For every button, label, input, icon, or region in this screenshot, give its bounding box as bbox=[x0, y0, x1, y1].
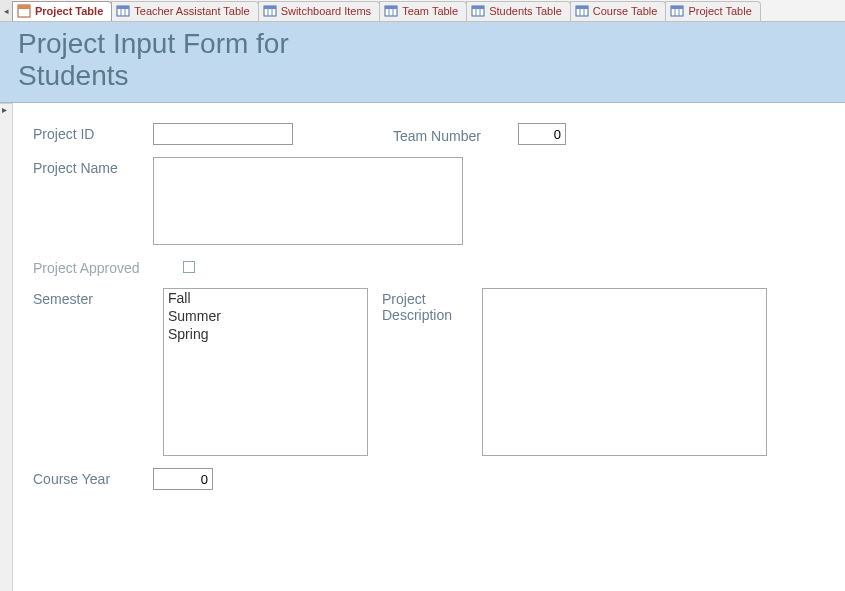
project-description-input[interactable] bbox=[482, 288, 767, 456]
tab-label: Project Table bbox=[688, 5, 751, 17]
tab-strip: ◂ Project TableTeacher Assistant TableSw… bbox=[0, 0, 845, 22]
form-header: Project Input Form for Students bbox=[0, 22, 845, 103]
team-number-label: Team Number bbox=[393, 125, 518, 144]
course-year-input[interactable] bbox=[153, 468, 213, 490]
form-body: Project ID Team Number Project Name Proj… bbox=[13, 103, 845, 591]
semester-label: Semester bbox=[33, 288, 149, 307]
tab-label: Course Table bbox=[593, 5, 658, 17]
tab-project-table-6[interactable]: Project Table bbox=[665, 1, 760, 21]
table-icon bbox=[263, 4, 277, 18]
tab-teacher-assistant-table-1[interactable]: Teacher Assistant Table bbox=[111, 1, 258, 21]
tab-label: Team Table bbox=[402, 5, 458, 17]
project-id-label: Project ID bbox=[33, 123, 153, 142]
svg-rect-23 bbox=[671, 6, 683, 9]
project-id-input[interactable] bbox=[153, 123, 293, 145]
tab-label: Students Table bbox=[489, 5, 562, 17]
table-icon bbox=[575, 4, 589, 18]
project-name-input[interactable] bbox=[153, 157, 463, 245]
semester-option-fall[interactable]: Fall bbox=[164, 289, 367, 307]
tab-team-table-3[interactable]: Team Table bbox=[379, 1, 467, 21]
form-icon bbox=[17, 4, 31, 18]
project-approved-label: Project Approved bbox=[33, 257, 183, 276]
svg-rect-3 bbox=[117, 6, 129, 9]
semester-option-summer[interactable]: Summer bbox=[164, 307, 367, 325]
tab-switchboard-items-2[interactable]: Switchboard Items bbox=[258, 1, 380, 21]
svg-rect-11 bbox=[385, 6, 397, 9]
project-description-label: Project Description bbox=[382, 288, 482, 323]
record-selector[interactable] bbox=[0, 103, 13, 591]
tab-label: Project Table bbox=[35, 5, 103, 17]
tab-project-table-0[interactable]: Project Table bbox=[12, 1, 112, 21]
project-approved-checkbox[interactable] bbox=[183, 261, 195, 273]
team-number-input[interactable] bbox=[518, 123, 566, 145]
svg-rect-7 bbox=[264, 6, 276, 9]
svg-rect-1 bbox=[18, 5, 30, 9]
svg-rect-15 bbox=[472, 6, 484, 9]
table-icon bbox=[116, 4, 130, 18]
tab-label: Switchboard Items bbox=[281, 5, 371, 17]
table-icon bbox=[471, 4, 485, 18]
tab-scroll-left[interactable]: ◂ bbox=[0, 0, 12, 22]
svg-rect-19 bbox=[576, 6, 588, 9]
semester-listbox[interactable]: FallSummerSpring bbox=[163, 288, 368, 456]
tab-course-table-5[interactable]: Course Table bbox=[570, 1, 667, 21]
semester-option-spring[interactable]: Spring bbox=[164, 325, 367, 343]
table-icon bbox=[384, 4, 398, 18]
course-year-label: Course Year bbox=[33, 468, 153, 487]
project-name-label: Project Name bbox=[33, 157, 153, 176]
table-icon bbox=[670, 4, 684, 18]
tab-students-table-4[interactable]: Students Table bbox=[466, 1, 571, 21]
tab-label: Teacher Assistant Table bbox=[134, 5, 249, 17]
form-title: Project Input Form for Students bbox=[18, 28, 318, 92]
